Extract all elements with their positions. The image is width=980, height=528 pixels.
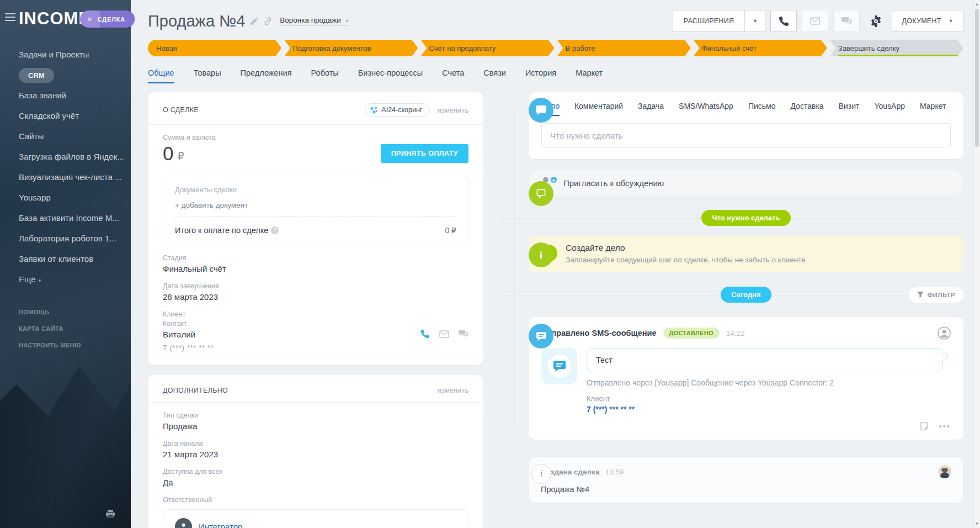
sidebar-item-knowledge[interactable]: База знаний (0, 85, 131, 105)
new-activity-card: Дело Комментарий Задача SMS/WhatsApp Пис… (529, 92, 963, 159)
copy-link-icon[interactable] (264, 17, 272, 25)
stage-new[interactable]: Новая (148, 40, 281, 56)
available-value[interactable]: Да (163, 478, 468, 487)
call-contact-icon[interactable] (420, 329, 430, 339)
printer-icon[interactable] (106, 510, 115, 518)
sidebar-help-link[interactable]: ПОМОЩЬ (0, 304, 131, 320)
scrollbar-thumb[interactable] (975, 9, 979, 147)
start-date-value[interactable]: 21 марта 2023 (163, 450, 468, 459)
stage-docs[interactable]: Подготовка документов (284, 40, 418, 56)
chat-button[interactable] (833, 10, 860, 32)
vertical-scrollbar[interactable]: ▲ ▼ (973, 0, 980, 528)
sidebar-item-checklist[interactable]: Визуализация чек-листа ... (0, 167, 131, 187)
extensions-button[interactable]: РАСШИРЕНИЯ ▼ (673, 10, 766, 32)
sms-author-avatar[interactable] (938, 326, 951, 340)
close-date-label: Дата завершения (163, 282, 468, 290)
sms-client-phone-link[interactable]: 7 (***) *** ** ** (587, 405, 951, 414)
timeline-filter-button[interactable]: ФИЛЬТР (909, 287, 963, 303)
tab-links[interactable]: Связи (483, 68, 506, 83)
scroll-down-arrow[interactable]: ▼ (974, 521, 980, 526)
sidebar-item-client-requests[interactable]: Заявки от клиентов (0, 249, 131, 269)
responsible-name-link[interactable]: Интегратор (199, 522, 242, 528)
sidebar-item-yandex-upload[interactable]: Загрузка файлов в Яндек... (0, 146, 131, 167)
activity-tab-visit[interactable]: Визит (839, 102, 860, 116)
tab-products[interactable]: Товары (194, 68, 221, 83)
sidebar-item-yousapp[interactable]: Yousapp (0, 187, 131, 208)
edit-about-link[interactable]: изменить (437, 106, 468, 114)
accept-payment-button[interactable]: ПРИНЯТЬ ОПЛАТУ (381, 144, 468, 163)
additional-card-title: ДОПОЛНИТЕЛЬНО (163, 387, 228, 394)
client-label: Клиент (163, 310, 214, 318)
created-author-avatar[interactable] (938, 465, 951, 478)
funnel-icon (917, 292, 924, 298)
todo-pill[interactable]: Что нужно сделать (701, 210, 790, 226)
stage-close-deal[interactable]: Завершить сделку (830, 40, 963, 56)
invite-plus-icon: + (550, 176, 558, 184)
sidebar-item-sites[interactable]: Сайты (0, 126, 131, 146)
email-button[interactable] (802, 10, 828, 32)
activity-tab-yousapp[interactable]: YousApp (874, 102, 905, 116)
contact-name[interactable]: Виталий (163, 330, 214, 339)
tab-history[interactable]: История (525, 68, 556, 83)
created-deal-name: Продажа №4 (541, 485, 951, 494)
activity-tab-sms[interactable]: SMS/WhatsApp (679, 102, 733, 116)
discussion-bubble-icon (529, 181, 553, 206)
edit-additional-link[interactable]: изменить (437, 386, 468, 394)
sidebar-item-robots-lab[interactable]: Лаборатория роботов 1... (0, 228, 131, 249)
sidebar-item-activity-base[interactable]: База активити Income M... (0, 208, 131, 228)
stage-field-value[interactable]: Финальный счёт (163, 264, 468, 273)
sms-time: 14:22 (726, 329, 745, 337)
todo-input[interactable] (541, 123, 951, 147)
contact-phone-masked: 7 (***) *** ** ** (163, 344, 214, 352)
tab-invoices[interactable]: Счета (442, 68, 464, 83)
menu-burger-icon[interactable] (5, 13, 15, 23)
chevron-down-icon: ▼ (949, 18, 954, 24)
sidebar-item-warehouse[interactable]: Складской учёт (0, 105, 131, 126)
activity-tabs: Дело Комментарий Задача SMS/WhatsApp Пис… (541, 102, 951, 116)
close-date-value[interactable]: 28 марта 2023 (163, 292, 468, 302)
funnel-selector[interactable]: Воронка продажи ▾ (280, 16, 348, 26)
add-document-link[interactable]: + добавить документ (175, 201, 456, 209)
stage-prepayment[interactable]: Счёт на предоплату (420, 40, 554, 56)
responsible-box: Интегратор (163, 509, 468, 528)
help-question-icon[interactable]: ? (271, 226, 279, 234)
activity-tab-letter[interactable]: Письмо (748, 102, 776, 116)
sidebar-item-tasks[interactable]: Задачи и Проекты (0, 44, 131, 65)
invite-discussion-label: Пригласить к обсуждению (563, 178, 664, 188)
activity-tab-market[interactable]: Маркет (920, 102, 946, 116)
extensions-dropdown-icon[interactable]: ▼ (745, 18, 765, 24)
deal-sum-value[interactable]: 0 (163, 142, 173, 165)
tab-robots[interactable]: Роботы (311, 68, 339, 83)
today-pill[interactable]: Сегодня (721, 287, 771, 303)
tab-quotes[interactable]: Предложения (241, 68, 292, 83)
more-actions-icon[interactable]: ••• (939, 421, 951, 431)
settings-gear-icon[interactable] (865, 10, 887, 32)
sidebar-configure-menu-link[interactable]: НАСТРОИТЬ МЕНЮ (0, 337, 131, 353)
tab-market[interactable]: Маркет (576, 68, 603, 83)
tab-general[interactable]: Общие (148, 68, 174, 83)
edit-title-icon[interactable] (251, 17, 258, 25)
ai-scoring-badge[interactable]: AI24-скоринг (365, 103, 430, 117)
deal-type-value[interactable]: Продажа (163, 421, 468, 431)
sidebar-sitemap-link[interactable]: КАРТА САЙТА (0, 320, 131, 337)
call-button[interactable] (770, 10, 797, 32)
scroll-up-arrow[interactable]: ▲ (974, 2, 980, 7)
invite-discussion-row[interactable]: + Пригласить к обсуждению (529, 170, 963, 196)
tab-bizproc[interactable]: Бизнес-процессы (358, 68, 423, 83)
timeline: Дело Комментарий Задача SMS/WhatsApp Пис… (502, 92, 963, 504)
close-icon[interactable]: × (87, 14, 92, 24)
document-button[interactable]: ДОКУМЕНТ ▼ (892, 10, 963, 32)
sms-message-bubble: Тест (587, 348, 943, 372)
activity-tab-delivery[interactable]: Доставка (791, 102, 824, 116)
deal-slider-badge[interactable]: × СДЕЛКА (80, 10, 135, 28)
sidebar-item-crm[interactable]: CRM (0, 65, 131, 85)
stage-final-invoice[interactable]: Финальный счёт (694, 40, 827, 56)
sidebar-menu: Задачи и Проекты CRM База знаний Складск… (0, 44, 131, 289)
stage-in-progress[interactable]: В работе (557, 40, 691, 56)
pin-note-icon[interactable] (920, 422, 929, 431)
activity-tab-task[interactable]: Задача (638, 102, 664, 116)
activity-tab-comment[interactable]: Комментарий (574, 102, 623, 116)
sidebar-item-more[interactable]: Ещё▾ (0, 269, 131, 289)
chat-contact-icon[interactable] (459, 330, 468, 338)
email-contact-icon[interactable] (439, 330, 449, 338)
